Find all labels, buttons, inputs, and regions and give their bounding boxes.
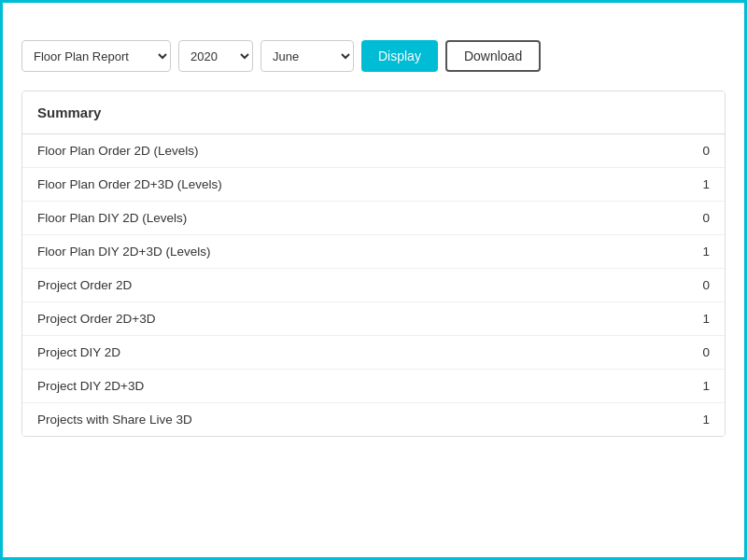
table-row: Floor Plan Order 2D+3D (Levels) 1 <box>22 168 725 202</box>
table-row: Floor Plan DIY 2D (Levels) 0 <box>22 202 725 235</box>
row-label: Project DIY 2D+3D <box>37 379 144 393</box>
row-label: Projects with Share Live 3D <box>37 413 192 427</box>
table-row: Project DIY 2D 0 <box>22 336 725 370</box>
table-row: Projects with Share Live 3D 1 <box>22 403 725 436</box>
main-content: Floor Plan Report Sales Report Usage Rep… <box>3 3 744 455</box>
table-row: Floor Plan Order 2D (Levels) 0 <box>22 134 725 168</box>
row-value: 1 <box>691 379 710 393</box>
display-button[interactable]: Display <box>361 40 438 72</box>
table-row: Floor Plan DIY 2D+3D (Levels) 1 <box>22 235 725 269</box>
summary-table: Summary Floor Plan Order 2D (Levels) 0 F… <box>21 91 726 437</box>
table-row: Project DIY 2D+3D 1 <box>22 370 725 403</box>
row-value: 1 <box>691 177 710 191</box>
row-value: 0 <box>691 278 710 292</box>
row-value: 1 <box>691 245 710 259</box>
report-select[interactable]: Floor Plan Report Sales Report Usage Rep… <box>21 40 171 72</box>
table-row: Project Order 2D 0 <box>22 269 725 302</box>
table-row: Project Order 2D+3D 1 <box>22 302 725 336</box>
row-label: Project DIY 2D <box>37 345 120 359</box>
summary-header: Summary <box>22 91 725 134</box>
month-select[interactable]: January February March April May June Ju… <box>261 40 354 72</box>
row-label: Project Order 2D <box>37 278 132 292</box>
download-button[interactable]: Download <box>445 40 541 72</box>
row-value: 1 <box>691 413 710 427</box>
row-label: Floor Plan Order 2D (Levels) <box>37 144 199 158</box>
row-label: Floor Plan Order 2D+3D (Levels) <box>37 177 222 191</box>
row-value: 1 <box>691 312 710 326</box>
row-label: Floor Plan DIY 2D (Levels) <box>37 211 187 225</box>
toolbar: Floor Plan Report Sales Report Usage Rep… <box>21 40 726 72</box>
year-select[interactable]: 2018 2019 2020 2021 2022 <box>178 40 253 72</box>
row-value: 0 <box>691 345 710 359</box>
row-value: 0 <box>691 144 710 158</box>
row-value: 0 <box>691 211 710 225</box>
row-label: Floor Plan DIY 2D+3D (Levels) <box>37 245 210 259</box>
row-label: Project Order 2D+3D <box>37 312 155 326</box>
